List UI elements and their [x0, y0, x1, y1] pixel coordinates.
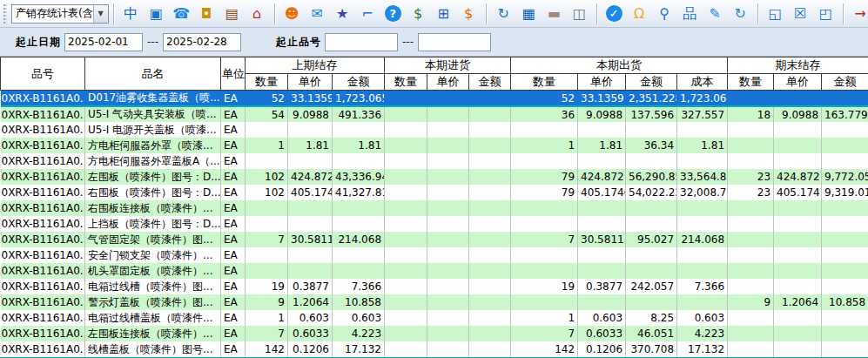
cell-num — [385, 185, 427, 200]
window-restore-button[interactable]: ◱ — [763, 2, 788, 26]
cell-num: 405.1746 — [578, 185, 626, 200]
cell-num — [469, 138, 511, 153]
table-row[interactable]: 0XRX-B1161A0...右围板（喷漆件）图号：D...EA102405.1… — [1, 185, 868, 200]
check-circle-button[interactable]: ✓ — [602, 2, 627, 26]
table-row[interactable]: 0XRX-B1161A0...U5-I 电源开关盖板（喷漆...EA — [1, 122, 868, 138]
doc-refresh-button[interactable]: ↻ — [491, 2, 516, 26]
cell-num — [578, 153, 626, 169]
cascade-windows-button[interactable]: ◰ — [813, 2, 838, 26]
table-row[interactable]: 0XRX-B1161A0...U5-I 气动夹具安装板（喷...EA549.09… — [1, 106, 868, 122]
col-prev-qty[interactable]: 数量 — [246, 74, 288, 91]
table-row[interactable]: 0XRX-B1161A0...右围板连接板（喷漆件）...EA — [1, 200, 868, 216]
col-item-name[interactable]: 品名 — [85, 57, 221, 91]
table-row[interactable]: 0XRX-B1161A0...电箱过线槽（喷漆件）图...EA190.38777… — [1, 279, 868, 294]
cell-num — [728, 138, 774, 153]
col-unit[interactable]: 单位 — [221, 57, 246, 91]
monitor-edit-button[interactable]: ✎ — [703, 2, 728, 26]
lock-key-button[interactable]: ◘ — [194, 2, 219, 26]
col-end-price[interactable]: 单价 — [774, 74, 822, 91]
home-icon: ⌂ — [247, 4, 266, 24]
group-period-shipment[interactable]: 本期出货 — [511, 57, 728, 74]
cell-num — [511, 263, 578, 279]
col-end-amount[interactable]: 金额 — [822, 74, 868, 91]
mail-button[interactable]: ✉ — [305, 2, 330, 26]
col-prev-price[interactable]: 单价 — [288, 74, 333, 91]
briefcase-button[interactable]: ▤ — [219, 2, 245, 26]
dollar-button[interactable]: $ — [406, 2, 431, 26]
refresh-button[interactable]: ↻ — [728, 2, 753, 26]
table-row[interactable]: 0XRX-B1161A0...警示灯盖板（喷漆件）图...EA91.206410… — [1, 294, 868, 310]
home-button[interactable]: ⌂ — [245, 2, 270, 26]
table-row[interactable]: 0XRX-B1161A0...方电柜伺服器外罩盖板A（...EA — [1, 153, 868, 169]
cell-num — [822, 91, 868, 107]
group-end-balance[interactable]: 期末结存 — [728, 57, 868, 74]
window-close-button[interactable]: ☒ — [788, 2, 813, 26]
item-range-separator: --- — [402, 36, 414, 48]
table-row[interactable]: 0XRX-B1161A0...机头罩固定板（喷漆件）...EA — [1, 263, 868, 279]
key-button[interactable]: ⌐ — [355, 2, 380, 26]
copy-button[interactable]: ◫ — [567, 2, 592, 26]
cell-num — [728, 216, 774, 232]
date-range-label: 起止日期 — [16, 35, 61, 50]
users-button[interactable]: ☻ — [279, 2, 305, 26]
date-from-input[interactable] — [64, 33, 143, 51]
cell-num: 327.557 — [677, 106, 728, 122]
card-star-button[interactable]: ★ — [330, 2, 355, 26]
cart-button[interactable]: ⊞ — [431, 2, 456, 26]
col-item-no[interactable]: 品号 — [1, 57, 85, 91]
cell-num: 7 — [246, 326, 288, 341]
cell-id: 0XRX-B1161A0... — [1, 341, 85, 357]
toolbar-separator — [757, 3, 758, 24]
org-chart-button[interactable]: 品 — [677, 2, 703, 26]
report-type-select[interactable]: 产销存统计表(含 ▼ — [11, 4, 109, 24]
group-prev-balance[interactable]: 上期结存 — [246, 57, 385, 74]
col-end-qty[interactable]: 数量 — [728, 74, 774, 91]
cell-num — [333, 153, 385, 169]
toolbar-grip[interactable] — [3, 4, 7, 24]
date-to-input[interactable] — [163, 33, 241, 51]
table-row[interactable]: 0XRX-B1161A0...左围板（喷漆件）图号：D...EA102424.8… — [1, 169, 868, 185]
window-restore-icon: ◱ — [765, 4, 784, 24]
desktop-button[interactable]: ▣ — [144, 2, 169, 26]
item-from-input[interactable] — [325, 33, 398, 51]
item-to-input[interactable] — [418, 33, 491, 51]
table-row[interactable]: 0XRX-B1161A0...安全门锁支架（喷漆件）...EA — [1, 247, 868, 263]
exit-door-button[interactable]: → — [848, 2, 868, 26]
check-circle-icon: ✓ — [606, 5, 622, 22]
table-row[interactable]: 0XRX-B1161A0...方电柜伺服器外罩（喷漆...EA11.811.81… — [1, 138, 868, 153]
cell-num: 0.603 — [578, 310, 626, 326]
cell-num — [288, 247, 333, 263]
table-row[interactable]: 0XRX-B1161A0...气管固定架（喷漆件）图...EA730.58112… — [1, 232, 868, 247]
cell-num — [288, 200, 333, 216]
help-button[interactable]: ? — [380, 2, 406, 26]
col-out-amount[interactable]: 金额 — [626, 74, 677, 91]
group-period-purchase[interactable]: 本期进货 — [385, 57, 511, 74]
archive-box-button[interactable]: ▬ — [542, 2, 567, 26]
col-out-qty[interactable]: 数量 — [511, 74, 578, 91]
col-out-price[interactable]: 单价 — [578, 74, 626, 91]
col-purch-price[interactable]: 单价 — [427, 74, 469, 91]
calculator-button[interactable]: ▦ — [516, 2, 542, 26]
table-row[interactable]: 0XRX-B1161A0...电箱过线槽盖板（喷漆件...EA10.6030.6… — [1, 310, 868, 326]
phone-button[interactable]: ☎ — [169, 2, 194, 26]
cell-num — [469, 294, 511, 310]
cell-num — [774, 138, 822, 153]
table-row[interactable]: 0XRX-B1161A0...上挡板（喷漆件）图号：D...EA — [1, 216, 868, 232]
cell-num — [822, 341, 868, 357]
cell-num — [822, 216, 868, 232]
col-purch-amount[interactable]: 金额 — [469, 74, 511, 91]
bell-button[interactable]: Ω — [627, 2, 652, 26]
table-row[interactable]: 0XRX-B1161A0...D017油雾收集器盖板（喷...EA5233.13… — [1, 91, 868, 107]
cell-num: 36 — [511, 106, 578, 122]
col-out-cost[interactable]: 成本 — [677, 74, 728, 91]
table-row[interactable]: 0XRX-B1161A0...线槽盖板（喷漆件）图号...EA1420.1206… — [1, 341, 868, 357]
cell-num — [774, 91, 822, 107]
col-purch-qty[interactable]: 数量 — [385, 74, 427, 91]
cell-id: 0XRX-B1161A0... — [1, 247, 85, 263]
sync-center-button[interactable]: 中 — [118, 2, 144, 26]
search-doc-button[interactable]: ⚲ — [652, 2, 677, 26]
col-prev-amount[interactable]: 金额 — [333, 74, 385, 91]
cascade-windows-icon: ◰ — [816, 4, 835, 24]
person-dollar-button[interactable]: $ — [456, 2, 481, 26]
table-row[interactable]: 0XRX-B1161A0...左围板连接板（喷漆件）...EA70.60334.… — [1, 326, 868, 341]
